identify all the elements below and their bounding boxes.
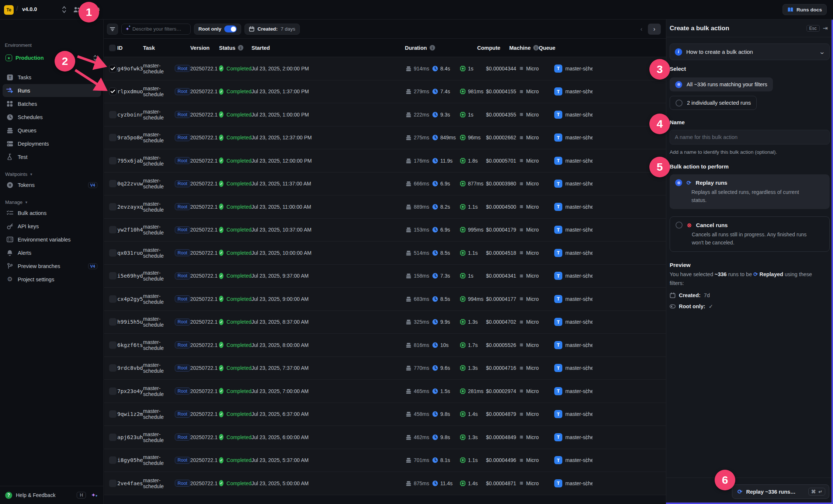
sidebar-item-queues[interactable]: Queues [3, 124, 101, 137]
root-only-toggle[interactable] [224, 25, 237, 32]
row-checkbox[interactable] [109, 272, 117, 279]
environment-select[interactable]: ★ Production [2, 52, 101, 64]
run-id[interactable]: 2evzayxq [117, 204, 143, 210]
run-id[interactable]: 9rdc8vbd [117, 365, 143, 371]
table-row[interactable]: 0q22zvuw master-scheduleRoot 20250722.1 … [104, 173, 666, 196]
replay-runs-option[interactable]: ⟳ Replay runs Replays all selected runs,… [670, 174, 830, 209]
row-actions-kebab[interactable]: ⋮ [583, 482, 589, 484]
row-actions-kebab[interactable]: ⋮ [583, 136, 589, 139]
sidebar-item-environment-variables[interactable]: Environment variables [3, 233, 101, 246]
row-checkbox[interactable] [109, 226, 117, 233]
table-row[interactable]: g49ofwk3 master-scheduleRoot 20250722.1 … [104, 57, 666, 80]
row-checkbox[interactable] [109, 88, 117, 95]
row-actions-kebab[interactable]: ⋮ [583, 413, 589, 415]
table-row[interactable]: 9qwi1z2m master-scheduleRoot 20250722.1 … [104, 403, 666, 426]
run-id[interactable]: i5e69hyd [117, 273, 143, 279]
sidebar-item-project-settings[interactable]: ⚙ Project settings [3, 273, 101, 286]
row-checkbox[interactable] [109, 295, 117, 303]
table-row[interactable]: 9rdc8vbd master-scheduleRoot 20250722.1 … [104, 357, 666, 380]
info-icon[interactable]: i [430, 45, 435, 51]
prev-page-button[interactable]: ‹ [635, 24, 648, 35]
runs-docs-button[interactable]: Runs docs [782, 4, 827, 15]
row-checkbox[interactable] [109, 157, 117, 164]
row-actions-kebab[interactable]: ⋮ [583, 114, 589, 116]
sidebar-item-schedules[interactable]: Schedules [3, 111, 101, 124]
filter-menu-button[interactable] [107, 24, 118, 35]
row-checkbox[interactable] [109, 364, 117, 372]
bulk-action-name-input[interactable]: A name for this bulk action [670, 130, 830, 145]
run-id[interactable]: 7px23o4y [117, 388, 143, 394]
table-row[interactable]: h99i5h5u master-scheduleRoot 20250722.1 … [104, 311, 666, 334]
row-checkbox[interactable] [109, 410, 117, 418]
row-actions-kebab[interactable]: ⋮ [583, 298, 589, 300]
table-row[interactable]: apj623uh master-scheduleRoot 20250722.1 … [104, 426, 666, 449]
replay-submit-button[interactable]: ⟳ Replay ~336 runs… ⌘ ↵ [732, 484, 829, 499]
panel-scrollbar[interactable] [832, 20, 833, 504]
row-actions-kebab[interactable]: ⋮ [583, 275, 589, 277]
run-id[interactable]: 9ra5po8e [117, 135, 143, 140]
chevron-updown-icon[interactable] [61, 5, 67, 14]
table-row[interactable]: i8gy05he master-scheduleRoot 20250722.1 … [104, 449, 666, 472]
table-row[interactable]: rlpxdmuo master-scheduleRoot 20250722.1 … [104, 80, 666, 104]
row-checkbox[interactable] [109, 387, 117, 395]
run-id[interactable]: 2ve4faes [117, 480, 143, 486]
row-actions-kebab[interactable]: ⋮ [583, 67, 589, 70]
help-feedback-link[interactable]: Help & Feedback [16, 492, 55, 498]
row-actions-kebab[interactable]: ⋮ [583, 344, 589, 346]
sidebar-item-alerts[interactable]: Alerts [3, 246, 101, 259]
run-id[interactable]: cyzboinr [117, 112, 143, 118]
row-actions-kebab[interactable]: ⋮ [583, 183, 589, 185]
run-id[interactable]: h99i5h5u [117, 319, 143, 325]
sidebar-item-test[interactable]: Test [3, 150, 101, 163]
describe-filters-input[interactable]: ✦✦ Describe your filters… [121, 24, 191, 35]
app-logo[interactable]: Te [4, 5, 14, 15]
row-checkbox[interactable] [109, 434, 117, 441]
table-row[interactable]: cx4p2gy5 master-scheduleRoot 20250722.1 … [104, 288, 666, 311]
sidebar-item-deployments[interactable]: Deployments [3, 137, 101, 150]
row-actions-kebab[interactable]: ⋮ [583, 321, 589, 323]
run-id[interactable]: rlpxdmuo [117, 88, 143, 94]
sidebar-item-preview-branches[interactable]: Preview branches V4 [3, 260, 101, 272]
table-row[interactable]: 795x6jab master-scheduleRoot 20250722.1 … [104, 149, 666, 173]
run-id[interactable]: i8gy05he [117, 457, 143, 463]
row-actions-kebab[interactable]: ⋮ [583, 90, 589, 93]
table-row[interactable]: 9ra5po8e master-scheduleRoot 20250722.1 … [104, 126, 666, 150]
select-individual-option[interactable]: 2 individually selected runs [670, 96, 757, 110]
row-checkbox[interactable] [109, 249, 117, 257]
sidebar-item-tasks[interactable]: T Tasks [3, 71, 101, 84]
row-checkbox[interactable] [109, 456, 117, 464]
row-checkbox[interactable] [109, 65, 117, 72]
table-row[interactable]: 2evzayxq master-scheduleRoot 20250722.1 … [104, 195, 666, 219]
table-row[interactable]: 6kgzf6ts master-scheduleRoot 20250722.1 … [104, 334, 666, 357]
row-checkbox[interactable] [109, 111, 117, 118]
run-id[interactable]: yw2f10h4 [117, 227, 143, 233]
project-switcher[interactable]: v4.0.0 [22, 6, 37, 12]
row-checkbox[interactable] [109, 203, 117, 211]
manage-section-label[interactable]: Manage▼ [5, 199, 104, 205]
table-row[interactable]: i5e69hyd master-scheduleRoot 20250722.1 … [104, 265, 666, 288]
sidebar-item-bulk-actions[interactable]: Bulk actions [3, 206, 101, 219]
info-icon[interactable]: i [238, 45, 243, 51]
info-icon[interactable]: i [533, 45, 539, 51]
run-id[interactable]: apj623uh [117, 434, 143, 440]
run-id[interactable]: 9qwi1z2m [117, 411, 143, 417]
run-id[interactable]: 6kgzf6ts [117, 342, 143, 348]
table-row[interactable]: 2ve4faes master-scheduleRoot 20250722.1 … [104, 472, 666, 495]
waitpoints-section-label[interactable]: Waitpoints▼ [5, 171, 104, 177]
row-actions-kebab[interactable]: ⋮ [583, 160, 589, 162]
table-row[interactable]: yw2f10h4 master-scheduleRoot 20250722.1 … [104, 219, 666, 242]
row-actions-kebab[interactable]: ⋮ [583, 252, 589, 254]
how-to-accordion[interactable]: i How to create a bulk action ⌄ [670, 44, 830, 60]
collapse-panel-icon[interactable]: ⇥ [823, 25, 828, 32]
row-checkbox[interactable] [109, 180, 117, 187]
row-checkbox[interactable] [109, 480, 117, 487]
cancel-runs-option[interactable]: ⊗ Cancel runs Cancels all runs still in … [670, 216, 830, 252]
row-checkbox[interactable] [109, 134, 117, 141]
row-actions-kebab[interactable]: ⋮ [583, 206, 589, 208]
select-all-checkbox[interactable] [109, 45, 116, 51]
row-actions-kebab[interactable]: ⋮ [583, 367, 589, 369]
created-filter-chip[interactable]: Created: 7 days [244, 24, 300, 35]
row-actions-kebab[interactable]: ⋮ [583, 436, 589, 438]
sidebar-item-tokens[interactable]: Tokens V4 [3, 178, 101, 191]
root-only-filter-chip[interactable]: Root only [194, 24, 241, 35]
